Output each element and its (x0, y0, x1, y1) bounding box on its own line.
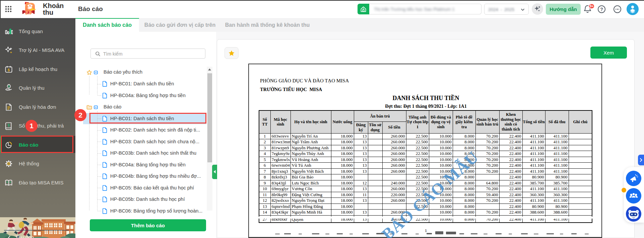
svg-text:$: $ (8, 124, 10, 127)
svg-text:$: $ (8, 85, 10, 88)
svg-text:2.9: 2.9 (25, 10, 32, 15)
svg-text:$: $ (8, 68, 10, 72)
svg-text:Thu gọn: Thu gọn (15, 234, 34, 238)
svg-text:$: $ (29, 4, 31, 7)
